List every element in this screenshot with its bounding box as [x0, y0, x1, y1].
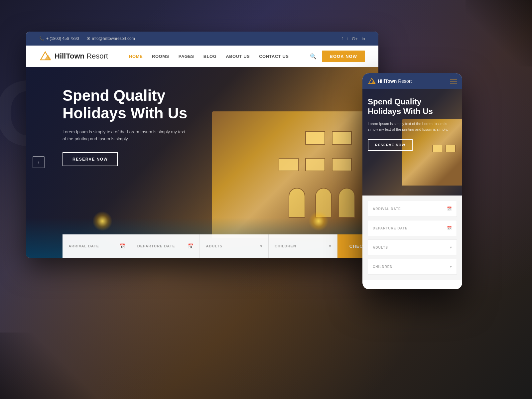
corner-decoration-bottom: [0, 332, 100, 399]
facebook-icon[interactable]: f: [341, 36, 343, 41]
nav-item-pages[interactable]: PAGES: [179, 53, 194, 59]
mobile-hero: Spend Quality Holidays With Us Lorem Ips…: [362, 89, 462, 196]
desktop-mockup: 📞 + (1800) 456 7890 ✉ info@hilltownresor…: [26, 32, 378, 258]
children-label: CHILDREN: [275, 244, 296, 248]
mobile-calendar-icon-2: 📅: [447, 226, 452, 230]
reserve-now-button[interactable]: RESERVE NOW: [63, 152, 118, 166]
nav-item-about[interactable]: ABOUT US: [226, 53, 250, 59]
search-icon[interactable]: 🔍: [310, 53, 317, 60]
mobile-hero-title: Spend Quality Holidays With Us: [368, 97, 457, 116]
nav-item-rooms[interactable]: ROOMS: [152, 53, 169, 59]
navbar: HillTown Resort HOME ROOMS PAGES BLOG AB…: [26, 46, 378, 67]
window: [332, 131, 352, 145]
mobile-mockup: HillTown Resort Spend Quality Holidays W…: [362, 73, 462, 289]
logo-text: HillTown Resort: [55, 52, 108, 61]
mobile-hero-subtitle: Lorem Ipsum is simply text of the Lorem …: [368, 121, 457, 133]
top-bar-left: 📞 + (1800) 456 7890 ✉ info@hilltownresor…: [39, 36, 135, 41]
carousel-prev-button[interactable]: ‹: [33, 156, 45, 168]
adults-field[interactable]: ADULTS ▾: [200, 234, 269, 258]
mobile-children-field[interactable]: CHILDREN ▾: [368, 259, 457, 275]
mobile-children-label: CHILDREN: [373, 265, 393, 269]
nav-links: HOME ROOMS PAGES BLOG ABOUT US CONTACT U…: [129, 53, 289, 59]
mobile-arrival-label: ARRIVAL DATE: [373, 207, 401, 211]
nav-item-contact[interactable]: CONTACT US: [259, 53, 289, 59]
googleplus-icon[interactable]: G+: [352, 36, 358, 41]
hamburger-menu[interactable]: [450, 79, 457, 83]
children-field[interactable]: CHILDREN ▾: [269, 234, 337, 258]
logo-mountain-icon: [39, 51, 51, 61]
nav-item-blog[interactable]: BLOG: [203, 53, 217, 59]
social-links: f t G+ in: [341, 36, 365, 41]
mobile-hero-content: Spend Quality Holidays With Us Lorem Ips…: [368, 97, 457, 151]
window: [279, 158, 299, 171]
departure-date-label: DEPARTURE DATE: [137, 244, 175, 248]
mobile-dropdown-icon-2: ▾: [450, 264, 452, 269]
logo[interactable]: HillTown Resort: [39, 51, 108, 61]
mobile-logo: HillTown Resort: [368, 78, 412, 84]
mobile-logo-text: HillTown Resort: [378, 78, 412, 84]
twitter-icon[interactable]: t: [347, 36, 348, 41]
window: [305, 131, 325, 145]
hero-section: ‹ Spend Quality Holidays With Us Lorem I…: [26, 67, 378, 258]
hamburger-line-2: [450, 81, 457, 81]
hero-subtitle: Lorem Ipsum is simply text of the Lorem …: [63, 129, 189, 143]
chevron-left-icon: ‹: [38, 159, 39, 165]
light-glow-right: [309, 211, 329, 231]
hero-title: Spend Quality Holidays With Us: [63, 87, 229, 122]
adults-label: ADULTS: [206, 244, 222, 248]
window: [305, 158, 325, 171]
mobile-reserve-button[interactable]: RESERVE NOW: [368, 139, 413, 151]
nav-right: 🔍 BOOK NOW: [310, 51, 365, 62]
arch-window: [338, 188, 355, 218]
mobile-departure-field[interactable]: DEPARTURE DATE 📅: [368, 220, 457, 236]
hamburger-line-1: [450, 79, 457, 79]
top-bar: 📞 + (1800) 456 7890 ✉ info@hilltownresor…: [26, 32, 378, 46]
mobile-adults-label: ADULTS: [373, 246, 388, 249]
window: [332, 158, 352, 171]
book-now-button[interactable]: BOOK NOW: [322, 51, 365, 62]
mobile-logo-icon: [368, 78, 376, 84]
mobile-dropdown-icon: ▾: [450, 245, 452, 250]
arrival-date-field[interactable]: ARRIVAL DATE 📅: [63, 234, 131, 258]
dropdown-icon: ▾: [260, 243, 262, 249]
svg-marker-3: [371, 80, 376, 84]
mobile-booking-form: ARRIVAL DATE 📅 DEPARTURE DATE 📅 ADULTS ▾…: [362, 196, 462, 280]
light-glow-left: [92, 211, 112, 231]
email-icon: ✉: [87, 36, 90, 41]
email-contact: ✉ info@hilltownresort.com: [87, 36, 135, 41]
corner-decoration-top: [466, 0, 532, 66]
arrival-date-label: ARRIVAL DATE: [68, 244, 99, 248]
mobile-adults-field[interactable]: ADULTS ▾: [368, 239, 457, 255]
mobile-calendar-icon: 📅: [447, 206, 452, 211]
hero-content: Spend Quality Holidays With Us Lorem Ips…: [63, 87, 229, 166]
dropdown-icon-2: ▾: [329, 243, 331, 249]
hamburger-line-3: [450, 83, 457, 83]
phone-icon: 📞: [39, 36, 44, 41]
calendar-icon: 📅: [119, 243, 125, 249]
mobile-topbar: HillTown Resort: [362, 73, 462, 89]
calendar-icon-2: 📅: [188, 243, 194, 249]
phone-number: + (1800) 456 7890: [46, 36, 79, 41]
nav-item-home[interactable]: HOME: [129, 53, 143, 59]
linkedin-icon[interactable]: in: [362, 36, 365, 41]
mobile-departure-label: DEPARTURE DATE: [373, 226, 408, 230]
svg-marker-1: [45, 55, 51, 60]
departure-date-field[interactable]: DEPARTURE DATE 📅: [131, 234, 200, 258]
email-address: info@hilltownresort.com: [92, 36, 135, 41]
booking-bar: ARRIVAL DATE 📅 DEPARTURE DATE 📅 ADULTS ▾…: [63, 234, 378, 258]
mobile-arrival-field[interactable]: ARRIVAL DATE 📅: [368, 201, 457, 217]
phone-contact: 📞 + (1800) 456 7890: [39, 36, 79, 41]
arch-window: [289, 188, 305, 218]
